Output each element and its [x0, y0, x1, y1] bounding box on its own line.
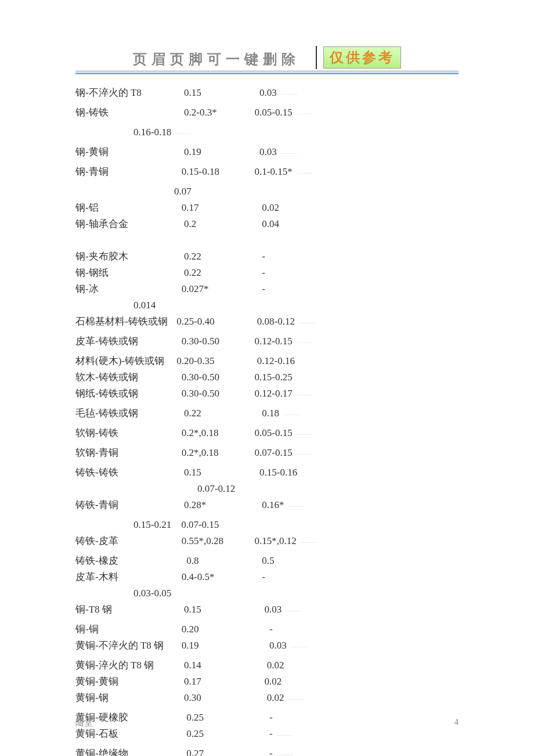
value-col-2: 0.15-0.16	[250, 465, 297, 481]
value-col-2: 0.18	[250, 405, 279, 425]
table-row: 软钢-青铜 0.2*,0.18 0.07-0.15 ………	[75, 445, 459, 465]
leader-dots: ………	[277, 85, 297, 105]
value-col-1: 0.25-0.40	[174, 314, 250, 333]
value-col-1: 0.22	[174, 405, 250, 425]
table-row: 0.15-0.21 0.07-0.15	[75, 517, 459, 533]
value-col-1: 0.30-0.50	[174, 333, 250, 353]
material-pair: 软木-铸铁或钢	[75, 369, 174, 386]
leader-dots: ………	[293, 105, 312, 124]
value-col-2: 0.12-0.17	[250, 386, 293, 405]
value-col-2: -	[250, 569, 265, 585]
page-footer: 随堂 4	[75, 717, 459, 728]
table-row: 0.16-0.18 ………	[75, 124, 459, 144]
table-row: 钢-黄铜 0.19 0.03 ………	[75, 144, 459, 164]
value-col-2: 0.03	[250, 638, 287, 657]
value-col-2: 0.08-0.12	[250, 314, 295, 333]
table-row: 铸铁-皮革 0.55*,0.28 0.15*,0.12 ………	[75, 533, 459, 553]
value-col-2: 0.02	[250, 674, 282, 690]
leader-dots: ………	[171, 124, 191, 144]
material-pair: 黄铜-钢	[75, 690, 174, 710]
value-col-1: 0.27	[174, 746, 250, 756]
leader-dots: ………	[293, 445, 312, 465]
value-col-2: 0.05-0.15	[250, 105, 293, 124]
value-col-2: -	[250, 726, 273, 746]
material-pair: 铸铁-铸铁	[75, 465, 174, 481]
table-row: 钢-钢纸 0.22 -	[75, 265, 459, 281]
material-pair: 铸铁-橡皮	[75, 553, 174, 569]
table-row: 铜-T8 钢 0.15 0.03 ………	[75, 602, 459, 621]
leader-dots: ………	[297, 533, 316, 553]
value-col-2: 0.02	[250, 657, 284, 674]
continuation-value: 0.15-0.21 0.07-0.15	[134, 517, 219, 533]
material-pair: 石棉基材料-铸铁或钢	[75, 314, 174, 333]
table-row: 钢-轴承合金 0.2 0.04	[75, 216, 459, 232]
footer-page-number: 4	[454, 717, 459, 728]
table-row: 0.03-0.05	[75, 585, 459, 602]
value-col-2: -	[250, 281, 265, 297]
material-pair: 黄铜-绝缘物	[75, 746, 174, 756]
table-row: 石棉基材料-铸铁或钢 0.25-0.40 0.08-0.12 ………	[75, 314, 459, 333]
value-col-1: 0.14	[174, 657, 250, 674]
leader-dots: ………	[284, 690, 304, 710]
value-col-2: 0.12-0.15	[250, 333, 293, 353]
value-col-1: 0.22	[174, 265, 250, 281]
value-col-1: 0.28*	[174, 497, 250, 517]
table-row: 材料(硬木)-铸铁或钢 0.20-0.35 0.12-0.16	[75, 353, 459, 369]
value-col-2: 0.03	[250, 602, 282, 621]
value-col-1: 0.15	[174, 602, 250, 621]
table-row: 0.07-0.12	[75, 481, 459, 497]
value-col-2: 0.02	[250, 690, 284, 710]
value-col-1: 0.30-0.50	[174, 386, 250, 405]
material-pair: 钢-不淬火的 T8	[75, 85, 174, 105]
leader-dots: ………	[277, 144, 297, 164]
value-col-1: 0.19	[174, 144, 250, 164]
material-pair: 钢-铝	[75, 200, 174, 216]
value-col-2: -	[250, 265, 265, 281]
value-col-2: 0.02	[250, 200, 279, 216]
table-row: 钢-铸铁 0.2-0.3* 0.05-0.15 ………	[75, 105, 459, 124]
material-pair: 铸铁-青铜	[75, 497, 174, 517]
table-row: 皮革-木料 0.4-0.5* -	[75, 569, 459, 585]
table-row: 黄铜-不淬火的 T8 钢 0.19 0.03 ………	[75, 638, 459, 657]
continuation-value: 0.03-0.05	[134, 585, 171, 602]
value-col-1: 0.2	[174, 216, 250, 232]
table-row: 黄铜-黄铜 0.17 0.02	[75, 674, 459, 690]
value-col-2: -	[250, 621, 273, 638]
material-pair: 钢-铸铁	[75, 105, 174, 124]
material-pair: 钢-青铜	[75, 164, 174, 183]
table-row: 铸铁-青铜 0.28* 0.16* ………	[75, 497, 459, 517]
value-col-1: 0.17	[174, 674, 250, 690]
material-pair: 钢-轴承合金	[75, 216, 174, 232]
continuation-value: 0.07	[174, 183, 192, 200]
material-pair: 黄铜-石板	[75, 726, 174, 746]
leader-dots: ………	[282, 602, 301, 621]
leader-dots: ………	[279, 405, 299, 425]
value-col-1: 0.2*,0.18	[174, 425, 250, 445]
table-row: 铜-铜 0.20 -	[75, 621, 459, 638]
leader-dots: ………	[293, 164, 312, 183]
material-pair: 铸铁-皮革	[75, 533, 174, 553]
material-pair: 皮革-木料	[75, 569, 174, 585]
table-row: 软木-铸铁或钢 0.30-0.50 0.15-0.25	[75, 369, 459, 386]
value-col-1: 0.30-0.50	[174, 369, 250, 386]
value-col-1: 0.55*,0.28	[174, 533, 250, 553]
material-pair: 材料(硬木)-铸铁或钢	[75, 353, 174, 369]
value-col-2: 0.12-0.16	[250, 353, 295, 369]
value-col-2: 0.15*,0.12	[250, 533, 297, 553]
material-pair: 毛毡-铸铁或钢	[75, 405, 174, 425]
table-row: 黄铜-钢 0.30 0.02 ………	[75, 690, 459, 710]
material-pair: 铜-铜	[75, 621, 174, 638]
value-col-1: 0.20-0.35	[174, 353, 250, 369]
value-col-2: 0.04	[250, 216, 279, 232]
badge-text: 仅供参考	[330, 50, 395, 65]
table-row: 铸铁-橡皮 0.8 0.5	[75, 553, 459, 569]
leader-dots: ………	[293, 386, 312, 405]
value-col-2: -	[250, 746, 273, 756]
table-row: 钢-铝 0.17 0.02	[75, 200, 459, 216]
table-row: 黄铜-绝缘物 0.27 - ………	[75, 746, 459, 756]
table-row: 毛毡-铸铁或钢 0.22 0.18 ………	[75, 405, 459, 425]
continuation-value: 0.014	[134, 297, 156, 314]
material-pair: 皮革-铸铁或钢	[75, 333, 174, 353]
footer-left: 随堂	[75, 717, 93, 728]
badge-divider	[316, 46, 317, 69]
